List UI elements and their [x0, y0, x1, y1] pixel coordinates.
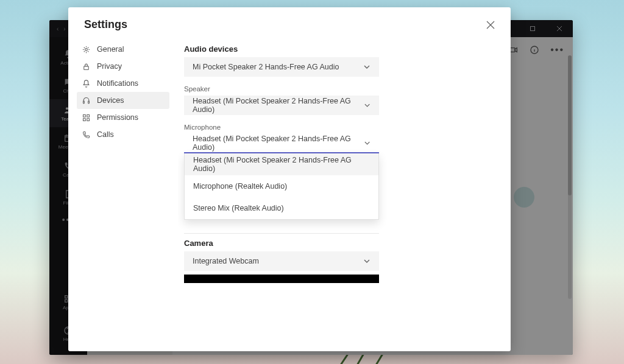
svg-rect-35 — [87, 118, 90, 121]
microphone-option[interactable]: Headset (Mi Pocket Speaker 2 Hands-Free … — [185, 153, 378, 175]
svg-rect-29 — [84, 66, 89, 69]
divider — [184, 233, 379, 234]
camera-value: Integrated Webcam — [193, 257, 259, 265]
nav-notifications-label: Notifications — [97, 79, 138, 88]
camera-preview — [184, 275, 379, 283]
grid-icon — [82, 113, 91, 122]
microphone-option-label: Microphone (Realtek Audio) — [193, 182, 287, 191]
microphone-option[interactable]: Stereo Mix (Realtek Audio) — [185, 197, 378, 219]
microphone-select[interactable]: Headset (Mi Pocket Speaker 2 Hands-Free … — [184, 134, 379, 153]
lock-icon — [82, 62, 91, 71]
nav-notifications[interactable]: Notifications — [77, 75, 169, 92]
nav-calls-label: Calls — [97, 130, 114, 139]
svg-rect-33 — [87, 114, 90, 117]
nav-permissions[interactable]: Permissions — [77, 109, 169, 126]
chevron-down-icon — [364, 102, 370, 109]
gear-icon — [82, 45, 91, 54]
svg-rect-31 — [88, 101, 90, 103]
nav-general-label: General — [97, 45, 124, 54]
chevron-down-icon — [363, 63, 370, 71]
nav-general[interactable]: General — [77, 41, 169, 58]
microphone-option-label: Stereo Mix (Realtek Audio) — [193, 204, 284, 212]
dialog-title: Settings — [84, 18, 127, 31]
microphone-option[interactable]: Microphone (Realtek Audio) — [185, 175, 378, 197]
nav-devices[interactable]: Devices — [77, 92, 169, 109]
headset-icon — [82, 96, 91, 105]
svg-rect-32 — [83, 114, 86, 117]
camera-select[interactable]: Integrated Webcam — [184, 251, 379, 271]
settings-content: Audio devices Mi Pocket Speaker 2 Hands-… — [178, 37, 511, 351]
speaker-value: Headset (Mi Pocket Speaker 2 Hands-Free … — [193, 97, 364, 114]
camera-section-title: Camera — [184, 239, 489, 248]
speaker-label: Speaker — [184, 85, 489, 93]
microphone-dropdown: Headset (Mi Pocket Speaker 2 Hands-Free … — [184, 153, 379, 220]
audio-section-title: Audio devices — [184, 44, 489, 54]
microphone-value: Headset (Mi Pocket Speaker 2 Hands-Free … — [193, 135, 364, 152]
chevron-down-icon — [363, 257, 370, 265]
nav-permissions-label: Permissions — [97, 113, 138, 122]
microphone-label: Microphone — [184, 124, 489, 131]
chevron-down-icon — [364, 139, 370, 147]
settings-nav: General Privacy Notifications Devices Pe… — [68, 37, 178, 351]
close-icon[interactable] — [486, 21, 495, 29]
svg-rect-34 — [83, 118, 86, 121]
audio-device-value: Mi Pocket Speaker 2 Hands-Free AG Audio — [193, 63, 339, 71]
bell-icon — [82, 79, 91, 88]
microphone-option-label: Headset (Mi Pocket Speaker 2 Hands-Free … — [193, 156, 370, 173]
svg-rect-30 — [83, 101, 85, 103]
phone-icon — [82, 130, 91, 139]
nav-calls[interactable]: Calls — [77, 126, 169, 143]
speaker-select[interactable]: Headset (Mi Pocket Speaker 2 Hands-Free … — [184, 96, 379, 115]
audio-device-select[interactable]: Mi Pocket Speaker 2 Hands-Free AG Audio — [184, 57, 379, 77]
nav-privacy-label: Privacy — [97, 62, 122, 71]
settings-dialog: Settings General Privacy Notifications D… — [68, 7, 511, 351]
nav-privacy[interactable]: Privacy — [77, 58, 169, 75]
nav-devices-label: Devices — [97, 96, 124, 105]
svg-point-28 — [85, 48, 88, 51]
